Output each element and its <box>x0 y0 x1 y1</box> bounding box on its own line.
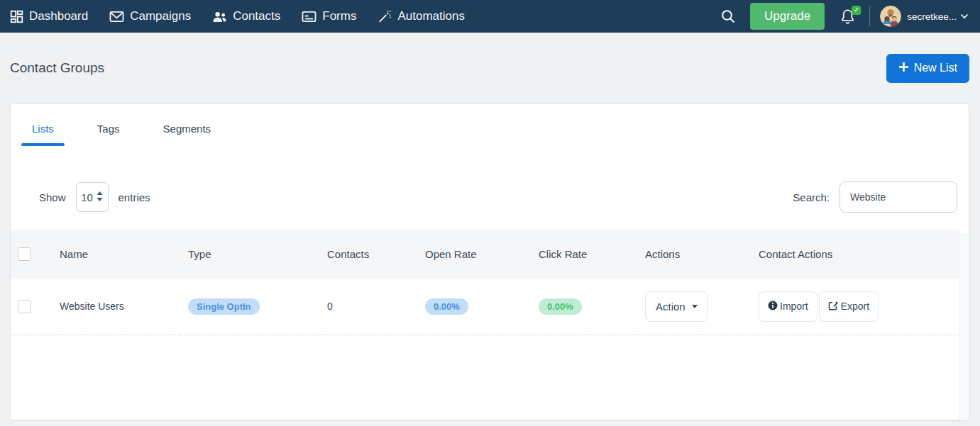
top-navbar: Dashboard Campaigns Contacts Forms <box>0 0 980 33</box>
nav-item-campaigns[interactable]: Campaigns <box>109 9 191 23</box>
search-label: Search: <box>793 191 830 203</box>
column-header-open-rate: Open Rate <box>416 230 529 279</box>
list-name-cell: Website Users <box>50 279 179 335</box>
column-header-click-rate: Click Rate <box>529 230 636 279</box>
page-title: Contact Groups <box>10 60 104 76</box>
import-icon <box>768 301 778 313</box>
nav-item-automations[interactable]: Automations <box>378 9 465 23</box>
nav-item-contacts[interactable]: Contacts <box>212 9 280 23</box>
magic-wand-icon <box>378 10 392 23</box>
new-list-label: New List <box>914 62 957 74</box>
entries-label: entries <box>119 191 150 203</box>
entries-per-page-value: 10 <box>81 191 93 203</box>
export-button[interactable]: Export <box>819 291 879 322</box>
entries-per-page-select[interactable]: 10 <box>76 182 109 212</box>
column-header-type: Type <box>179 230 318 279</box>
people-icon <box>212 10 227 23</box>
contact-groups-table: Name Type Contacts Open Rate Click Rate … <box>11 230 959 335</box>
column-header-contacts: Contacts <box>318 230 416 279</box>
row-checkbox[interactable] <box>18 300 31 313</box>
navbar-right: Upgrade ✓ secretkee... <box>720 3 969 30</box>
notification-badge: ✓ <box>852 6 861 15</box>
entries-control: Show 10 entries <box>39 182 150 212</box>
notifications-button[interactable]: ✓ <box>839 8 856 25</box>
dashboard-grid-icon <box>10 10 23 23</box>
tab-segments[interactable]: Segments <box>153 114 222 146</box>
show-label: Show <box>39 191 66 203</box>
chevron-down-icon[interactable] <box>960 13 969 19</box>
navbar-divider <box>869 6 870 26</box>
nav-item-label: Campaigns <box>130 9 191 23</box>
nav-item-label: Forms <box>322 9 356 23</box>
edit-export-icon <box>828 301 839 313</box>
tabs-bar: Lists Tags Segments <box>11 104 969 146</box>
search-input[interactable] <box>839 181 957 213</box>
table-row: Website Users Single OptIn 0 0.00% 0.00%… <box>11 279 959 335</box>
form-card-icon <box>302 10 316 23</box>
open-rate-badge: 0.00% <box>425 298 468 315</box>
nav-item-dashboard[interactable]: Dashboard <box>10 9 88 23</box>
import-button[interactable]: Import <box>759 291 817 322</box>
upgrade-button[interactable]: Upgrade <box>750 3 825 30</box>
tab-lists[interactable]: Lists <box>21 114 65 146</box>
page-header: Contact Groups New List <box>0 33 980 103</box>
import-label: Import <box>780 301 808 312</box>
caret-down-icon <box>692 305 698 308</box>
table-controls: Show 10 entries Search: <box>11 181 969 213</box>
user-avatar[interactable] <box>880 6 901 27</box>
select-spinner-icon <box>97 191 103 203</box>
nav-item-label: Contacts <box>233 9 280 23</box>
click-rate-badge: 0.00% <box>539 298 582 315</box>
search-control: Search: <box>793 181 957 213</box>
table-header-row: Name Type Contacts Open Rate Click Rate … <box>11 230 959 279</box>
action-label: Action <box>656 301 686 313</box>
envelope-icon <box>109 10 124 23</box>
tab-tags[interactable]: Tags <box>87 114 131 146</box>
nav-item-label: Dashboard <box>29 9 88 23</box>
select-all-checkbox[interactable] <box>18 247 31 261</box>
column-header-name: Name <box>50 230 179 279</box>
table-scrollbar[interactable] <box>959 233 968 419</box>
column-header-contact-actions: Contact Actions <box>749 230 959 279</box>
username-label[interactable]: secretkee... <box>907 11 957 22</box>
search-icon[interactable] <box>720 9 736 24</box>
contacts-count-cell: 0 <box>318 279 416 335</box>
plus-icon <box>898 62 909 75</box>
nav-item-label: Automations <box>397 9 465 23</box>
column-header-actions: Actions <box>636 230 749 279</box>
nav-item-forms[interactable]: Forms <box>302 9 356 23</box>
new-list-button[interactable]: New List <box>886 54 969 83</box>
contact-groups-card: Lists Tags Segments Show 10 entries Sear… <box>10 103 969 420</box>
action-dropdown-button[interactable]: Action <box>645 291 708 322</box>
list-type-badge: Single OptIn <box>188 298 260 315</box>
export-label: Export <box>841 301 869 312</box>
